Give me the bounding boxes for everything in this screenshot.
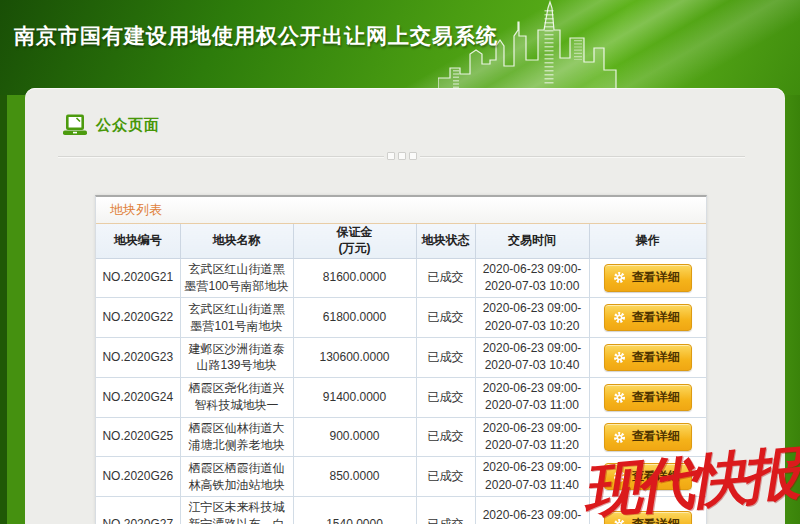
- parcel-name-cell: 栖霞区仙林街道大浦塘北侧养老地块: [180, 417, 293, 457]
- view-detail-button[interactable]: 查看详细: [604, 423, 692, 450]
- gear-icon: [613, 518, 626, 524]
- gear-icon: [613, 470, 626, 483]
- table-row: NO.2020G25 栖霞区仙林街道大浦塘北侧养老地块 900.0000 已成交…: [96, 417, 706, 457]
- action-cell: 查看详细: [589, 497, 706, 524]
- action-cell: 查看详细: [589, 258, 706, 298]
- parcel-id-cell: NO.2020G21: [96, 258, 180, 298]
- deposit-cell: 130600.0000: [293, 338, 416, 378]
- laptop-icon: [63, 114, 87, 136]
- time-cell: 2020-06-23 09:00- 2020-07-03 12:00: [475, 497, 589, 524]
- parcel-table: 地块编号 地块名称 保证金 (万元) 地块状态 交易时间 操作 NO.2020G…: [96, 224, 706, 524]
- deposit-cell: 850.0000: [293, 457, 416, 497]
- status-cell: 已成交: [416, 377, 475, 417]
- parcel-table-container: 地块列表 地块编号 地块名称 保证金 (万元) 地块状态 交易时间 操作: [95, 195, 707, 524]
- gear-icon: [613, 351, 626, 364]
- deposit-cell: 81600.0000: [293, 258, 416, 298]
- parcel-name-cell: 江宁区未来科技城新宁溧路以东、白沟路以北地块: [180, 497, 293, 524]
- divider-handle: [384, 152, 420, 160]
- parcel-id-cell: NO.2020G24: [96, 377, 180, 417]
- deposit-cell: 900.0000: [293, 417, 416, 457]
- view-detail-button[interactable]: 查看详细: [604, 264, 692, 291]
- gear-icon: [613, 431, 626, 444]
- section-header: 公众页面: [63, 114, 160, 136]
- col-header-deposit: 保证金 (万元): [293, 224, 416, 258]
- col-header-time: 交易时间: [475, 224, 589, 258]
- table-header-row: 地块编号 地块名称 保证金 (万元) 地块状态 交易时间 操作: [96, 224, 706, 258]
- parcel-id-cell: NO.2020G27: [96, 497, 180, 524]
- view-detail-button[interactable]: 查看详细: [604, 384, 692, 411]
- col-header-parcel-name: 地块名称: [180, 224, 293, 258]
- parcel-id-cell: NO.2020G22: [96, 298, 180, 338]
- parcel-name-cell: 玄武区红山街道黑墨营101号南地块: [180, 298, 293, 338]
- col-header-status: 地块状态: [416, 224, 475, 258]
- parcel-id-cell: NO.2020G26: [96, 457, 180, 497]
- time-cell: 2020-06-23 09:00- 2020-07-03 11:40: [475, 457, 589, 497]
- divider-square: [398, 152, 406, 160]
- status-cell: 已成交: [416, 338, 475, 378]
- divider-square: [387, 152, 395, 160]
- action-cell: 查看详细: [589, 377, 706, 417]
- table-row: NO.2020G23 建邺区沙洲街道泰山路139号地块 130600.0000 …: [96, 338, 706, 378]
- time-cell: 2020-06-23 09:00- 2020-07-03 10:20: [475, 298, 589, 338]
- status-cell: 已成交: [416, 298, 475, 338]
- time-cell: 2020-06-23 09:00- 2020-07-03 11:20: [475, 417, 589, 457]
- action-cell: 查看详细: [589, 417, 706, 457]
- table-row: NO.2020G22 玄武区红山街道黑墨营101号南地块 61800.0000 …: [96, 298, 706, 338]
- parcel-name-cell: 栖霞区尧化街道兴智科技城地块一: [180, 377, 293, 417]
- view-detail-button[interactable]: 查看详细: [604, 511, 692, 524]
- action-cell: 查看详细: [589, 457, 706, 497]
- section-title: 公众页面: [96, 116, 160, 135]
- table-row: NO.2020G21 玄武区红山街道黑墨营100号南部地块 81600.0000…: [96, 258, 706, 298]
- status-cell: 已成交: [416, 258, 475, 298]
- deposit-cell: 61800.0000: [293, 298, 416, 338]
- action-cell: 查看详细: [589, 298, 706, 338]
- parcel-name-cell: 建邺区沙洲街道泰山路139号地块: [180, 338, 293, 378]
- section-divider: [58, 156, 745, 158]
- time-cell: 2020-06-23 09:00- 2020-07-03 11:00: [475, 377, 589, 417]
- status-cell: 已成交: [416, 417, 475, 457]
- gear-icon: [613, 271, 626, 284]
- deposit-cell: 1540.0000: [293, 497, 416, 524]
- table-row: NO.2020G24 栖霞区尧化街道兴智科技城地块一 91400.0000 已成…: [96, 377, 706, 417]
- gear-icon: [613, 311, 626, 324]
- view-detail-button[interactable]: 查看详细: [604, 344, 692, 371]
- parcel-name-cell: 玄武区红山街道黑墨营100号南部地块: [180, 258, 293, 298]
- parcel-id-cell: NO.2020G23: [96, 338, 180, 378]
- deposit-cell: 91400.0000: [293, 377, 416, 417]
- parcel-name-cell: 栖霞区栖霞街道仙林高铁加油站地块: [180, 457, 293, 497]
- col-header-action: 操作: [589, 224, 706, 258]
- table-row: NO.2020G27 江宁区未来科技城新宁溧路以东、白沟路以北地块 1540.0…: [96, 497, 706, 524]
- view-detail-button[interactable]: 查看详细: [604, 463, 692, 490]
- status-cell: 已成交: [416, 497, 475, 524]
- divider-square: [409, 152, 417, 160]
- status-cell: 已成交: [416, 457, 475, 497]
- gear-icon: [613, 391, 626, 404]
- col-header-parcel-id: 地块编号: [96, 224, 180, 258]
- content-panel: 公众页面 地块列表 地块编号 地块名称 保证金 (万元) 地块状态 交易时: [25, 88, 785, 524]
- time-cell: 2020-06-23 09:00- 2020-07-03 10:00: [475, 258, 589, 298]
- parcel-id-cell: NO.2020G25: [96, 417, 180, 457]
- action-cell: 查看详细: [589, 338, 706, 378]
- view-detail-button[interactable]: 查看详细: [604, 304, 692, 331]
- app-header: 南京市国有建设用地使用权公开出让网上交易系统: [0, 0, 800, 95]
- table-caption: 地块列表: [96, 197, 706, 224]
- table-row: NO.2020G26 栖霞区栖霞街道仙林高铁加油站地块 850.0000 已成交…: [96, 457, 706, 497]
- time-cell: 2020-06-23 09:00- 2020-07-03 10:40: [475, 338, 589, 378]
- page-title: 南京市国有建设用地使用权公开出让网上交易系统: [14, 22, 498, 50]
